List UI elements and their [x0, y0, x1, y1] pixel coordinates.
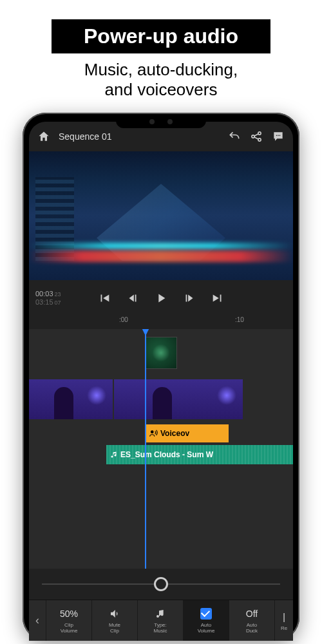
step-back-icon[interactable]: [126, 291, 140, 305]
checkbox-checked-icon: [200, 608, 212, 620]
zoom-slider[interactable]: [29, 569, 293, 600]
mic-icon: [149, 429, 158, 438]
tools-prev-icon[interactable]: ‹: [29, 614, 46, 627]
svg-point-3: [276, 135, 278, 137]
svg-point-4: [278, 135, 279, 137]
time-ruler[interactable]: :00 :10: [29, 316, 293, 329]
timecode-display: 00:0323 03:1507: [35, 290, 73, 307]
more-tool[interactable]: | Re: [274, 600, 293, 641]
music-note-icon: [110, 451, 118, 459]
undo-icon[interactable]: [227, 129, 242, 144]
zoom-handle[interactable]: [154, 577, 168, 591]
video-clip[interactable]: [114, 379, 243, 419]
video-preview[interactable]: [29, 151, 293, 280]
promo-subtitle: Music, auto-ducking, and voiceovers: [0, 60, 322, 100]
overlay-clip-thumb[interactable]: [145, 337, 177, 369]
phone-frame: Sequence 01 00:0323 03:1507: [23, 113, 299, 641]
clip-volume-tool[interactable]: 50% Clip Volume: [46, 600, 91, 641]
svg-point-5: [279, 135, 281, 137]
play-icon[interactable]: [154, 291, 168, 305]
auto-volume-tool[interactable]: Auto Volume: [183, 600, 229, 641]
type-music-tool[interactable]: Type: Music: [137, 600, 183, 641]
speaker-icon: [109, 608, 120, 620]
sequence-title[interactable]: Sequence 01: [59, 131, 220, 142]
svg-point-6: [151, 431, 154, 434]
home-icon[interactable]: [37, 129, 51, 144]
skip-start-icon[interactable]: [97, 291, 111, 305]
video-clip[interactable]: [29, 379, 113, 419]
auto-duck-tool[interactable]: Off Auto Duck: [229, 600, 274, 641]
skip-end-icon[interactable]: [211, 291, 225, 305]
app-screen: Sequence 01 00:0323 03:1507: [29, 122, 293, 641]
audio-tools-bar: ‹ 50% Clip Volume Mute Clip Type: Music …: [29, 600, 293, 641]
promo-banner: Power-up audio: [52, 19, 270, 53]
mute-clip-tool[interactable]: Mute Clip: [91, 600, 137, 641]
music-icon: [155, 609, 166, 619]
playhead[interactable]: [145, 329, 146, 569]
music-clip[interactable]: ES_Sum Clouds - Sum W: [106, 445, 293, 464]
timeline[interactable]: Voiceov ES_Sum Clouds - Sum W: [29, 329, 293, 569]
comment-icon[interactable]: [271, 129, 285, 144]
share-icon[interactable]: [249, 129, 263, 144]
transport-bar: 00:0323 03:1507: [29, 280, 293, 316]
step-fwd-icon[interactable]: [182, 291, 196, 305]
voiceover-clip[interactable]: Voiceov: [145, 424, 229, 442]
